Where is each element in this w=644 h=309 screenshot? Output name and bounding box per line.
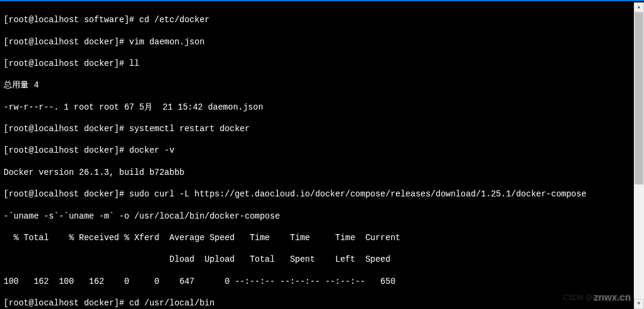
- terminal-line: Docker version 26.1.3, build b72abbb: [4, 167, 640, 178]
- terminal-line: -rw-r--r--. 1 root root 67 5月 21 15:42 d…: [4, 102, 640, 113]
- terminal-line: [root@localhost docker]# docker -v: [4, 145, 640, 156]
- terminal-line: [root@localhost software]# cd /etc/docke…: [4, 14, 640, 25]
- scroll-down-button[interactable]: ▼: [634, 299, 644, 309]
- vertical-scrollbar[interactable]: ▲ ▼: [634, 2, 644, 309]
- scroll-track[interactable]: [634, 13, 644, 299]
- scroll-thumb[interactable]: [634, 13, 643, 184]
- scroll-up-button[interactable]: ▲: [634, 2, 644, 13]
- terminal-line: -`uname -s`-`uname -m` -o /usr/local/bin…: [4, 211, 640, 222]
- terminal-line: [root@localhost docker]# cd /usr/local/b…: [4, 298, 640, 308]
- terminal-line: [root@localhost docker]# vim daemon.json: [4, 37, 640, 47]
- terminal-line: [root@localhost docker]# sudo curl -L ht…: [4, 189, 640, 199]
- terminal-output[interactable]: [root@localhost software]# cd /etc/docke…: [0, 1, 644, 309]
- terminal-line: 100 162 100 162 0 0 647 0 --:--:-- --:--…: [4, 276, 640, 287]
- terminal-line: 总用量 4: [4, 80, 640, 90]
- terminal-line: Dload Upload Total Spent Left Speed: [4, 254, 640, 265]
- watermark-znwx: znwx.cn: [594, 292, 631, 304]
- terminal-line: [root@localhost docker]# ll: [4, 58, 640, 69]
- terminal-line: [root@localhost docker]# systemctl resta…: [4, 123, 640, 134]
- terminal-line: % Total % Received % Xferd Average Speed…: [4, 232, 640, 243]
